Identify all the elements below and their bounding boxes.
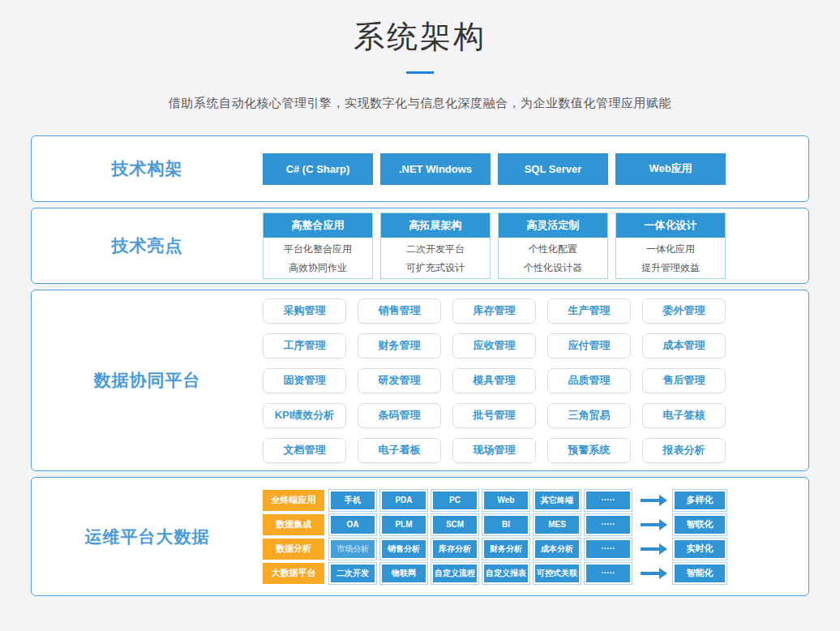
flow-cell[interactable]: PC [431, 490, 478, 511]
module-chip[interactable]: 固资管理 [263, 368, 346, 393]
flow-cell[interactable]: 手机 [329, 490, 376, 511]
flow-cell[interactable]: 销售分析 [380, 539, 427, 560]
tech-stack-button[interactable]: SQL Server [498, 153, 608, 185]
module-chip[interactable]: KPI绩效分析 [263, 403, 346, 428]
module-grid-row: 文档管理 电子看板 现场管理 预警系统 报表分析 [263, 438, 726, 463]
section-label: 数据协同平台 [32, 369, 263, 392]
card-body: 一体化应用 提升管理效益 [616, 238, 725, 277]
flow-cell[interactable]: 自定义流程 [431, 563, 478, 584]
card-feature-line: 个性化设计器 [499, 259, 607, 277]
flow-cell-more: ····· [585, 563, 632, 584]
arrow-right-icon [641, 523, 660, 526]
module-chip[interactable]: 应付管理 [547, 333, 631, 358]
card-feature-line: 提升管理效益 [616, 259, 725, 277]
section-label: 技术构架 [32, 157, 263, 180]
highlight-card: 高灵活定制 个性化配置 个性化设计器 [498, 212, 608, 279]
flow-cell[interactable]: 其它终端 [534, 490, 581, 511]
section-tech-framework: 技术构架 C# (C Sharp) .NET Windows SQL Serve… [31, 135, 809, 202]
flow-cell[interactable]: PDA [380, 490, 427, 511]
module-chip[interactable]: 电子签核 [642, 403, 726, 428]
flow-cell[interactable]: 财务分析 [482, 539, 529, 560]
module-chip[interactable]: 报表分析 [642, 438, 726, 463]
module-chip[interactable]: 应收管理 [452, 333, 536, 358]
flow-cell[interactable]: 成本分析 [534, 539, 581, 560]
card-feature-line: 可扩充式设计 [381, 259, 490, 277]
flow-row: 大数据平台 二次开发 物联网 自定义流程 自定义报表 可控式关联 ····· 智… [263, 563, 726, 584]
flow-cell[interactable]: 可控式关联 [534, 563, 581, 584]
module-grid: 采购管理 销售管理 库存管理 生产管理 委外管理 工序管理 财务管理 应收管理 … [263, 298, 726, 463]
flow-cell[interactable]: 二次开发 [329, 563, 376, 584]
card-header: 一体化设计 [616, 213, 725, 238]
module-chip[interactable]: 模具管理 [452, 368, 536, 393]
tech-stack-button[interactable]: .NET Windows [380, 153, 491, 185]
arrow-right-icon [641, 499, 660, 502]
module-grid-row: 工序管理 财务管理 应收管理 应付管理 成本管理 [263, 333, 726, 358]
module-chip[interactable]: 售后管理 [642, 368, 726, 393]
section-label: 运维平台大数据 [32, 526, 263, 548]
card-feature-line: 高效协同作业 [264, 259, 372, 277]
module-chip[interactable]: 销售管理 [358, 298, 441, 324]
flow-row: 数据集成 OA PLM SCM BI MES ····· 智联化 [263, 514, 726, 535]
module-chip[interactable]: 成本管理 [642, 333, 726, 358]
tech-stack-button[interactable]: Web应用 [615, 153, 726, 185]
category-tag[interactable]: 数据分析 [263, 539, 324, 560]
category-tag[interactable]: 全终端应用 [263, 490, 324, 511]
flow-cell[interactable]: BI [482, 514, 529, 535]
card-header: 高拓展架构 [381, 213, 490, 238]
module-chip[interactable]: 采购管理 [263, 298, 346, 324]
flow-cell[interactable]: 市场分析 [329, 539, 376, 560]
category-tag[interactable]: 大数据平台 [263, 563, 324, 584]
module-grid-row: 采购管理 销售管理 库存管理 生产管理 委外管理 [263, 298, 726, 324]
card-feature-line: 平台化整合应用 [264, 240, 372, 259]
flow-cell[interactable]: 库存分析 [431, 539, 478, 560]
flow-cell[interactable]: 自定义报表 [482, 563, 529, 584]
page-subtitle: 借助系统自动化核心管理引擎，实现数字化与信息化深度融合，为企业数值化管理应用赋能 [0, 96, 840, 111]
highlight-cards-row: 高整合应用 平台化整合应用 高效协同作业 高拓展架构 二次开发平台 可扩充式设计… [263, 212, 726, 279]
module-chip[interactable]: 批号管理 [452, 403, 536, 428]
module-chip[interactable]: 文档管理 [263, 438, 346, 463]
module-chip[interactable]: 三角贸易 [547, 403, 631, 428]
flow-cell[interactable]: 物联网 [380, 563, 427, 584]
result-cell: 实时化 [673, 539, 726, 560]
card-header: 高灵活定制 [499, 213, 607, 238]
module-chip[interactable]: 品质管理 [547, 368, 631, 393]
flow-row: 数据分析 市场分析 销售分析 库存分析 财务分析 成本分析 ····· 实时化 [263, 539, 726, 560]
card-feature-line: 个性化配置 [499, 240, 607, 259]
highlight-card: 高整合应用 平台化整合应用 高效协同作业 [263, 212, 373, 279]
result-cell: 智能化 [673, 563, 726, 584]
result-cell: 多样化 [673, 490, 726, 511]
page-header: 系统架构 借助系统自动化核心管理引擎，实现数字化与信息化深度融合，为企业数值化管… [0, 0, 840, 111]
section-data-platform: 数据协同平台 采购管理 销售管理 库存管理 生产管理 委外管理 工序管理 财务管… [31, 290, 809, 471]
module-chip[interactable]: 工序管理 [263, 333, 346, 358]
module-chip[interactable]: 财务管理 [358, 333, 441, 358]
flow-cell[interactable]: PLM [380, 514, 427, 535]
section-tech-highlights: 技术亮点 高整合应用 平台化整合应用 高效协同作业 高拓展架构 二次开发平台 可… [31, 208, 809, 284]
module-chip[interactable]: 条码管理 [358, 403, 441, 428]
module-chip[interactable]: 库存管理 [452, 298, 536, 324]
module-chip[interactable]: 电子看板 [358, 438, 441, 463]
sections-container: 技术构架 C# (C Sharp) .NET Windows SQL Serve… [31, 135, 809, 596]
module-chip[interactable]: 研发管理 [358, 368, 441, 393]
page-title: 系统架构 [0, 16, 840, 58]
card-feature-line: 一体化应用 [616, 240, 725, 259]
module-grid-row: 固资管理 研发管理 模具管理 品质管理 售后管理 [263, 368, 726, 393]
tech-stack-button[interactable]: C# (C Sharp) [263, 153, 373, 185]
module-chip[interactable]: 预警系统 [547, 438, 631, 463]
result-cell: 智联化 [673, 514, 726, 535]
category-tag[interactable]: 数据集成 [263, 514, 324, 535]
module-grid-row: KPI绩效分析 条码管理 批号管理 三角贸易 电子签核 [263, 403, 726, 428]
flow-cell[interactable]: Web [482, 490, 529, 511]
card-feature-line: 二次开发平台 [381, 240, 490, 259]
flow-cell[interactable]: MES [534, 514, 581, 535]
section-label: 技术亮点 [32, 234, 263, 257]
flow-cell-more: ····· [585, 490, 632, 511]
flow-cell-more: ····· [585, 539, 632, 560]
flow-cell-more: ····· [585, 514, 632, 535]
title-underline [406, 71, 434, 74]
module-chip[interactable]: 委外管理 [642, 298, 726, 324]
flow-cell[interactable]: SCM [431, 514, 478, 535]
flow-cell[interactable]: OA [329, 514, 376, 535]
module-chip[interactable]: 现场管理 [452, 438, 536, 463]
module-chip[interactable]: 生产管理 [547, 298, 631, 324]
highlight-card: 一体化设计 一体化应用 提升管理效益 [615, 212, 726, 279]
